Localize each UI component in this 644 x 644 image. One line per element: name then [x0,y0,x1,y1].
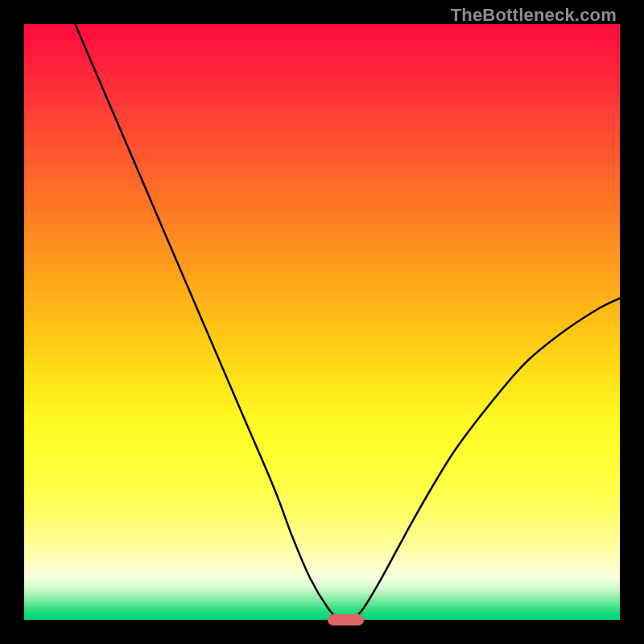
optimum-marker [328,614,363,625]
bottleneck-curve [24,24,620,620]
bottleneck-curve-path [24,24,620,620]
plot-area [24,24,620,620]
chart-container: TheBottleneck.com [0,0,644,644]
watermark-text: TheBottleneck.com [451,5,617,26]
